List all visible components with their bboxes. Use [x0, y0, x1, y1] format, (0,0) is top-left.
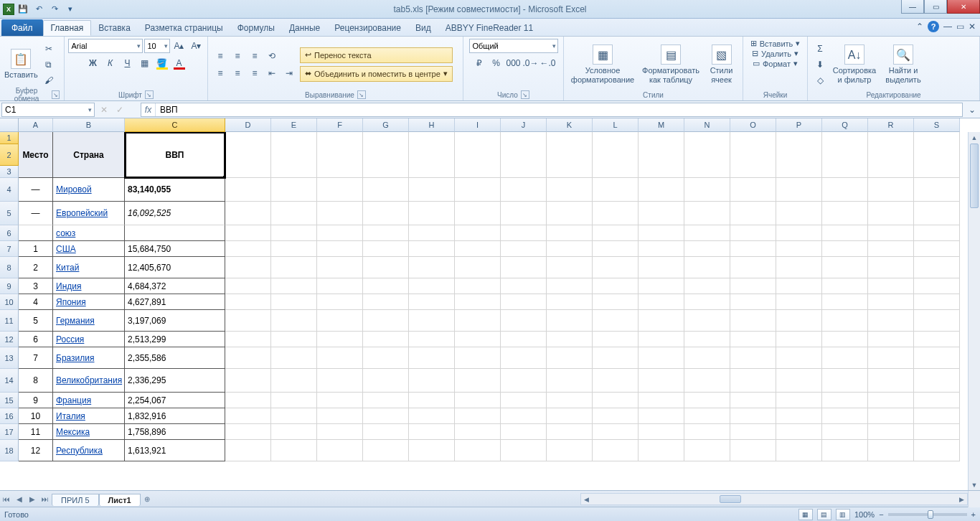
cell-M10[interactable]	[639, 294, 684, 310]
cell-N14[interactable]	[684, 369, 730, 393]
formula-input[interactable]: fx ВВП	[141, 103, 963, 117]
cell-L11[interactable]	[593, 310, 639, 332]
cell-I16[interactable]	[455, 408, 501, 424]
cell-S14[interactable]	[914, 369, 960, 393]
font-name-combo[interactable]: Arial	[68, 39, 143, 53]
cell-L4[interactable]	[593, 178, 639, 202]
col-header-F[interactable]: F	[317, 118, 363, 132]
cell-G11[interactable]	[363, 310, 409, 332]
cell-O9[interactable]	[730, 278, 776, 294]
cell-J5[interactable]	[501, 202, 547, 225]
col-header-N[interactable]: N	[684, 118, 730, 132]
cell-I9[interactable]	[455, 278, 501, 294]
cell-R15[interactable]	[868, 393, 914, 408]
row-header-18[interactable]: 18	[0, 440, 19, 461]
ribbon-tab-4[interactable]: Данные	[282, 20, 327, 36]
row-header-8[interactable]: 8	[0, 257, 19, 278]
align-left-icon[interactable]: ≡	[212, 66, 228, 80]
cell-L17[interactable]	[593, 424, 639, 440]
cell-O6[interactable]	[730, 225, 776, 241]
autosum-icon[interactable]: Σ	[812, 42, 828, 56]
cell-S10[interactable]	[914, 294, 960, 310]
align-middle-icon[interactable]: ≡	[230, 49, 245, 63]
tab-nav-last-icon[interactable]: ⏭	[39, 492, 52, 505]
cell-H17[interactable]	[409, 424, 455, 440]
col-header-J[interactable]: J	[501, 118, 547, 132]
horizontal-scrollbar[interactable]: ◀ ▶	[580, 493, 968, 505]
col-header-P[interactable]: P	[776, 118, 822, 132]
cut-icon[interactable]: ✂	[41, 42, 57, 56]
fill-color-icon[interactable]: 🪣	[154, 56, 170, 70]
cell-J10[interactable]	[501, 294, 547, 310]
cell-P17[interactable]	[776, 424, 822, 440]
row-header-3[interactable]: 3	[0, 166, 19, 178]
row-header-12[interactable]: 12	[0, 332, 19, 347]
header-cell-G[interactable]	[363, 132, 409, 178]
cell-S6[interactable]	[914, 225, 960, 241]
cell-N6[interactable]	[684, 225, 730, 241]
italic-button[interactable]: К	[103, 56, 118, 70]
cell-A14[interactable]: 8	[19, 369, 53, 393]
cell-M4[interactable]	[639, 178, 684, 202]
cell-R10[interactable]	[868, 294, 914, 310]
cell-R14[interactable]	[868, 369, 914, 393]
cell-Q11[interactable]	[822, 310, 868, 332]
cell-F18[interactable]	[317, 440, 363, 461]
cell-C10[interactable]: 4,627,891	[125, 294, 225, 310]
cell-L15[interactable]	[593, 393, 639, 408]
cell-I17[interactable]	[455, 424, 501, 440]
cell-E13[interactable]	[271, 347, 317, 369]
cell-S12[interactable]	[914, 332, 960, 347]
ribbon-tab-0[interactable]: Главная	[43, 20, 92, 36]
ribbon-tab-7[interactable]: ABBYY FineReader 11	[438, 20, 541, 36]
cell-A5[interactable]: —	[19, 202, 53, 225]
header-cell-N[interactable]	[684, 132, 730, 178]
cell-A12[interactable]: 6	[19, 332, 53, 347]
cell-N17[interactable]	[684, 424, 730, 440]
cell-D4[interactable]	[225, 178, 271, 202]
cell-I8[interactable]	[455, 257, 501, 278]
cell-E16[interactable]	[271, 408, 317, 424]
cell-H18[interactable]	[409, 440, 455, 461]
cell-B15[interactable]: Франция	[53, 393, 125, 408]
cell-J11[interactable]	[501, 310, 547, 332]
cell-K16[interactable]	[547, 408, 593, 424]
cell-E17[interactable]	[271, 424, 317, 440]
cell-M8[interactable]	[639, 257, 684, 278]
tab-nav-next-icon[interactable]: ▶	[26, 492, 39, 505]
indent-decrease-icon[interactable]: ⇤	[264, 66, 280, 80]
cell-L16[interactable]	[593, 408, 639, 424]
cell-O17[interactable]	[730, 424, 776, 440]
cell-N16[interactable]	[684, 408, 730, 424]
row-header-11[interactable]: 11	[0, 310, 19, 332]
cell-D7[interactable]	[225, 241, 271, 257]
column-headers[interactable]: ABCDEFGHIJKLMNOPQRS	[19, 118, 968, 132]
cell-M6[interactable]	[639, 225, 684, 241]
cell-S17[interactable]	[914, 424, 960, 440]
normal-view-icon[interactable]: ▦	[798, 509, 813, 520]
paste-button[interactable]: 📋 Вставить	[4, 49, 38, 79]
cell-S13[interactable]	[914, 347, 960, 369]
cell-K8[interactable]	[547, 257, 593, 278]
cell-Q6[interactable]	[822, 225, 868, 241]
align-center-icon[interactable]: ≡	[230, 66, 245, 80]
cell-O16[interactable]	[730, 408, 776, 424]
zoom-out-icon[interactable]: −	[879, 510, 883, 519]
format-cells-button[interactable]: ▭Формат▾	[753, 59, 798, 68]
cell-D9[interactable]	[225, 278, 271, 294]
zoom-slider[interactable]	[888, 513, 967, 516]
cell-R4[interactable]	[868, 178, 914, 202]
enter-formula-icon[interactable]: ✓	[112, 103, 128, 117]
cell-H13[interactable]	[409, 347, 455, 369]
cell-G16[interactable]	[363, 408, 409, 424]
cell-B8[interactable]: Китай	[53, 257, 125, 278]
cell-H14[interactable]	[409, 369, 455, 393]
col-header-S[interactable]: S	[914, 118, 960, 132]
cell-R12[interactable]	[868, 332, 914, 347]
cell-E15[interactable]	[271, 393, 317, 408]
file-tab[interactable]: Файл	[1, 19, 43, 36]
header-cell-L[interactable]	[593, 132, 639, 178]
cell-S4[interactable]	[914, 178, 960, 202]
cell-R17[interactable]	[868, 424, 914, 440]
align-dialog-icon[interactable]: ↘	[357, 90, 366, 99]
